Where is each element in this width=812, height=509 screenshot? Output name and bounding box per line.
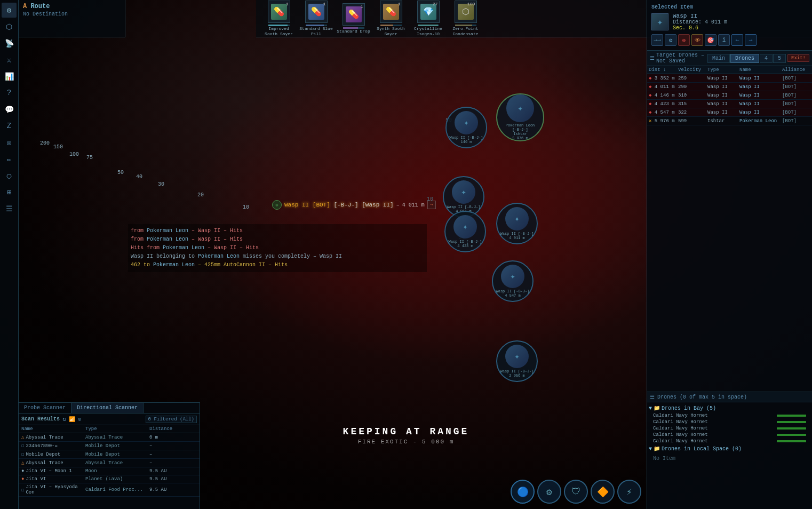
target-indicator[interactable]: ⊕ Wasp II [BOT] [-B-J-] [Wasp II] – 4 01… xyxy=(272,200,436,210)
booster-blue-pill[interactable]: 💊 1 Standard Blue Pill xyxy=(299,1,333,36)
sidebar-icon-edit[interactable]: ✏ xyxy=(2,152,17,166)
action-crosshair[interactable]: 🎯 xyxy=(705,34,717,46)
drone-label-6: Wasp II [-B-J-]2 956 m xyxy=(500,369,534,378)
hud-btn-armor[interactable]: 🛡 xyxy=(564,480,588,504)
drone-item-1[interactable]: Caldari Navy Hornet xyxy=(649,419,810,425)
table-row-3[interactable]: ◆ 4 423 m 315 Wasp II Wasp II [BOT] 654 … xyxy=(647,100,812,108)
drone-item-0[interactable]: Caldari Navy Hornet xyxy=(649,412,810,419)
sidebar-icon-stats[interactable]: 📊 xyxy=(2,69,17,84)
tab-drones[interactable]: Drones xyxy=(730,54,759,63)
action-eye[interactable]: 👁 xyxy=(691,34,703,46)
table-row-5[interactable]: ✕ 5 976 m 599 Ishtar Pokerman Leon [BOT]… xyxy=(647,117,812,125)
route-title: A Route xyxy=(23,3,121,10)
booster-icon-wrap-4: 💎 27 xyxy=(417,1,440,23)
sidebar-icon-circle[interactable]: ◯ xyxy=(2,168,17,183)
table-row-0[interactable]: ◆ 3 352 m 259 Wasp II Wasp II [BOT] 507 … xyxy=(647,74,812,83)
scan-row-6[interactable]: ☐ Jita VI – Hyasyoda Con Caldari Food Pr… xyxy=(19,483,200,497)
drone-item-4[interactable]: Caldari Navy Hornet xyxy=(649,438,810,444)
target-name[interactable]: Wasp II [BOT] [-B-J-] [Wasp II] xyxy=(284,202,394,208)
table-row-1[interactable]: ◆ 4 011 m 290 Wasp II Wasp II [BOT] 209 … xyxy=(647,83,812,91)
booster-count-1: 1 xyxy=(323,2,326,6)
table-row-2[interactable]: ◆ 4 146 m 310 Wasp II Wasp II [BOT] 721 … xyxy=(647,91,812,100)
tab-main[interactable]: Main xyxy=(707,54,730,63)
scan-filter[interactable]: 0 Filtered (All) xyxy=(146,416,197,423)
drone-circle-1[interactable]: ✦ Wasp II [-B-J-]146 m xyxy=(445,107,487,148)
sidebar-icon-chat[interactable]: 💬 xyxy=(2,102,17,117)
drones-bay-header[interactable]: ▼ 📁 Drones in Bay (5) xyxy=(649,404,810,412)
sidebar-icon-home[interactable]: ⚙ xyxy=(2,3,17,18)
action-left-arrow[interactable]: ← xyxy=(731,34,743,46)
scan-type-3: Abyssal Trace xyxy=(85,460,149,466)
scan-dist-2: – xyxy=(149,452,187,457)
action-target[interactable]: ⊕ xyxy=(678,34,690,46)
row-1-vel: 290 xyxy=(678,84,707,90)
drone-icon-4: ✦ xyxy=(453,215,477,238)
route-prefix: A xyxy=(23,3,27,10)
col-alliance: Alliance xyxy=(782,67,812,73)
booster-crystalline[interactable]: 💎 27 Crystalline Isogen-10 xyxy=(411,1,445,36)
scan-name-1: ☐ 234567890-= xyxy=(21,443,85,449)
overview-tabs: Main Drones 4 5 xyxy=(707,54,786,63)
sidebar-icon-scanner[interactable]: 📡 xyxy=(2,36,17,51)
drones-header: ☰ Drones (0 of max 5 in space) xyxy=(647,392,812,402)
drone-icon-5: ✦ xyxy=(501,265,524,288)
scan-row-0[interactable]: △ Abyssal Trace Abyssal Trace 0 m xyxy=(19,433,200,442)
row-0-corp: [BOT] xyxy=(782,76,812,81)
scan-row-4[interactable]: ● Jita VI – Moon 1 Moon 9.5 AU xyxy=(19,467,200,475)
action-gear[interactable]: ⚙ xyxy=(665,34,676,46)
drone-circle-6[interactable]: ✦ Wasp II [-B-J-]2 956 m xyxy=(496,340,538,382)
tab-4[interactable]: 4 xyxy=(760,54,773,63)
action-info[interactable]: i xyxy=(718,34,730,46)
space-dist-20: 20 xyxy=(197,192,204,198)
scan-row-3[interactable]: △ Abyssal Trace Abyssal Trace – xyxy=(19,459,200,467)
tab-probe-scanner[interactable]: Probe Scanner xyxy=(19,403,71,413)
row-4-vel: 322 xyxy=(678,110,707,115)
drone-label-1: Wasp II [-B-J-]146 m xyxy=(449,136,483,144)
table-row-4[interactable]: ◆ 4 547 m 322 Wasp II Wasp II [BOT] 609 … xyxy=(647,108,812,117)
drone-circle-4[interactable]: ✦ Wasp II [-B-J-]4 423 m xyxy=(444,211,486,252)
scan-row-1[interactable]: ☐ 234567890-= Mobile Depot – xyxy=(19,442,200,450)
scan-icon-3: △ xyxy=(21,460,24,466)
drone-circle-pokerman[interactable]: ✦ Pokerman Leon[-B-J-]Ishtar5 976 m xyxy=(496,93,544,141)
sidebar-icon-grid[interactable]: ⊞ xyxy=(2,185,17,200)
tab-5[interactable]: 5 xyxy=(773,54,786,63)
hud-btn-shield[interactable]: ⚙ xyxy=(537,480,561,504)
booster-standard-drop[interactable]: 💊 1 Standard Drop xyxy=(336,3,371,34)
hud-btn-radar[interactable]: 🔵 xyxy=(511,480,535,504)
status-indicator: KEEPING AT RANGE FIRE EXOTIC - 5 000 m xyxy=(343,426,469,445)
scan-icon-1: ☐ xyxy=(21,443,24,449)
scan-refresh-icon[interactable]: ↻ xyxy=(62,415,66,423)
sidebar-icon-info[interactable]: ? xyxy=(2,85,17,100)
booster-synth-sooth[interactable]: 💊 1 Synth Sooth Sayer xyxy=(373,1,408,36)
sidebar-icon-mail[interactable]: ✉ xyxy=(2,135,17,150)
tab-directional-scanner[interactable]: Directional Scanner xyxy=(71,403,144,413)
space-collapse-icon: ▼ xyxy=(649,446,652,452)
drone-item-3[interactable]: Caldari Navy Hornet xyxy=(649,432,810,438)
sidebar-icon-map[interactable]: ⬡ xyxy=(2,19,17,34)
hud-btn-boost[interactable]: ⚡ xyxy=(617,480,641,504)
space-dist-100: 100 xyxy=(69,152,79,157)
booster-zero-point[interactable]: ⬡ 100 Zero-Point Condensate xyxy=(448,1,483,36)
scan-wifi-icon: 📶 xyxy=(69,416,75,423)
hud-btn-fire[interactable]: 🔶 xyxy=(591,480,615,504)
sidebar-icon-menu[interactable]: ☰ xyxy=(2,201,17,216)
drone-item-2[interactable]: Caldari Navy Hornet xyxy=(649,425,810,432)
scan-row-5[interactable]: ● Jita VI Planet (Lava) 9.5 AU xyxy=(19,475,200,483)
booster-icon-wrap-2: 💊 1 xyxy=(343,3,365,26)
row-1-type: Wasp II xyxy=(707,84,739,90)
route-panel: A Route No Destination xyxy=(19,0,125,37)
drone-circle-3[interactable]: ✦ Wasp II [-B-J-]4 011 m xyxy=(496,203,538,244)
bottom-right-hud: 🔵 ⚙ 🛡 🔶 ⚡ xyxy=(511,480,641,504)
action-orbit[interactable]: →→ xyxy=(651,34,663,46)
exit-button[interactable]: Exit! xyxy=(787,54,809,62)
drone-circle-5[interactable]: ✦ Wasp II [-B-J-]4 547 m xyxy=(492,260,534,302)
sidebar-icon-combat[interactable]: ⚔ xyxy=(2,52,17,67)
game-viewport: 200 150 100 75 50 40 30 20 10 10 50 20 f… xyxy=(0,0,812,509)
scan-col-dist: Distance xyxy=(149,426,187,432)
drones-space-header[interactable]: ▼ 📁 Drones in Local Space (0) xyxy=(649,444,810,453)
sidebar-icon-z[interactable]: Z xyxy=(2,118,17,133)
booster-improved-sooth[interactable]: 💊 1 Improved Sooth Sayer xyxy=(261,1,296,36)
scan-row-2[interactable]: ☐ Mobile Depot Mobile Depot – xyxy=(19,450,200,459)
scan-dist-6: 9.5 AU xyxy=(149,487,187,492)
action-right-arrow[interactable]: → xyxy=(745,34,757,46)
